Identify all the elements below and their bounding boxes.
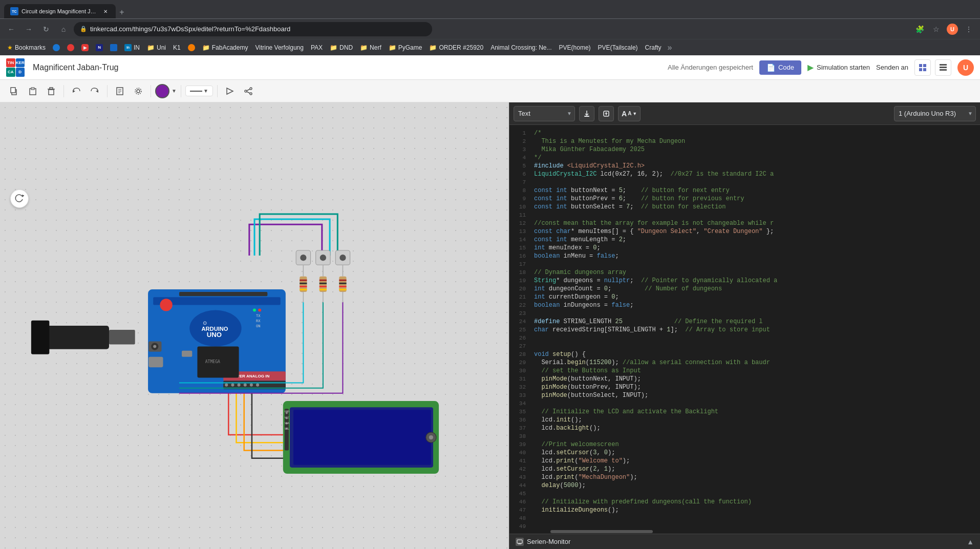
horizontal-scrollbar[interactable] — [509, 530, 980, 534]
board-selector-dropdown[interactable]: 1 (Arduino Uno R3) 2 (Arduino Mega) 3 (A… — [894, 106, 976, 121]
bookmark-crafty[interactable]: Crafty — [642, 43, 665, 52]
bookmark-vitrine[interactable]: Vitrine Verfolgung — [252, 43, 307, 52]
extensions-btn[interactable]: 🧩 — [912, 22, 927, 36]
app-header: TIN KER CA D Magnificent Jaban-Trug Alle… — [0, 55, 980, 80]
h-scrollbar-thumb[interactable] — [550, 530, 653, 533]
layout-btn-2[interactable] — [935, 59, 951, 76]
folder-icon-2: 📁 — [202, 44, 210, 51]
profile-btn[interactable]: U — [945, 22, 960, 36]
font-size-btn[interactable]: A A ▼ — [618, 106, 641, 121]
upload-code-btn[interactable] — [599, 106, 614, 121]
bookmark-chrome[interactable] — [50, 43, 63, 52]
ln-11: 11 — [509, 211, 530, 219]
more-options-btn[interactable]: ⋮ — [962, 22, 976, 36]
settings-button[interactable] — [130, 83, 146, 99]
svg-point-23 — [250, 88, 252, 90]
bookmark-pve-home[interactable]: PVE(home) — [556, 43, 594, 52]
bookmark-pax[interactable]: PAX — [308, 43, 326, 52]
send-button[interactable]: Senden an — [876, 64, 908, 71]
share-btn[interactable] — [240, 83, 257, 99]
bookmark-order[interactable]: 📁 ORDER #25920 — [426, 43, 486, 52]
tinkercad-logo: TIN KER CA D — [6, 58, 25, 77]
folder-icon-3: 📁 — [330, 44, 337, 51]
new-tab-button[interactable]: + — [116, 6, 128, 18]
code-line-28: void setup() { — [534, 350, 980, 358]
svg-text:TX: TX — [256, 313, 261, 318]
redo-button[interactable] — [87, 83, 103, 99]
code-line-37: lcd.backlight(); — [534, 424, 980, 432]
bookmark-nerf[interactable]: 📁 Nerf — [357, 43, 385, 52]
toolbar: ▼ ▼ — [0, 80, 980, 102]
svg-point-22 — [245, 90, 247, 92]
toolbar-separator-4 — [181, 85, 181, 97]
toolbar-separator-2 — [107, 85, 108, 97]
back-button[interactable]: ← — [4, 22, 18, 36]
bookmark-uni[interactable]: 📁 Uni — [144, 43, 169, 52]
bookmark-k1[interactable]: K1 — [170, 43, 184, 52]
bottom-bar: Serien-Monitor ▲ — [509, 534, 980, 549]
svg-point-94 — [429, 435, 433, 439]
bm-pax-label: PAX — [311, 44, 323, 51]
usb-cable — [47, 326, 109, 349]
code-line-34 — [534, 399, 980, 408]
code-icon: 📄 — [766, 64, 775, 72]
bookmark-n[interactable]: N — [93, 43, 106, 52]
address-bar[interactable]: 🔒 tinkercad.com/things/7u3s7wDsSpx/edite… — [74, 22, 432, 36]
annotation-btn[interactable] — [222, 83, 238, 99]
svg-point-37 — [258, 309, 261, 312]
refresh-button[interactable]: ↻ — [39, 22, 53, 36]
svg-rect-80 — [339, 286, 346, 287]
logo-box: TIN KER CA D — [6, 58, 25, 77]
serial-monitor-btn[interactable]: Serien-Monitor — [516, 538, 570, 546]
svg-rect-71 — [319, 280, 327, 281]
paste-button[interactable] — [25, 83, 41, 99]
svg-point-59 — [320, 255, 326, 261]
bookmark-pve-tail[interactable]: PVE(Tailscale) — [595, 43, 641, 52]
code-line-42: lcd.setCursor(2, 1); — [534, 465, 980, 473]
bookmark-fabacademy[interactable]: 📁 FabAcademy — [199, 43, 251, 52]
ln-26: 26 — [509, 334, 530, 342]
bookmark-dnd[interactable]: 📁 DND — [327, 43, 356, 52]
code-content[interactable]: /* This is a Menutest for my Mecha Dunge… — [530, 125, 980, 530]
simulation-button[interactable]: ▶ Simulation starten — [807, 62, 870, 72]
svg-rect-2 — [919, 68, 922, 71]
forward-button[interactable]: → — [22, 22, 36, 36]
note-button[interactable] — [112, 83, 128, 99]
ln-12: 12 — [509, 219, 530, 227]
canvas-area[interactable]: ⊙ ARDUINO UNO POWER ANALOG IN ATMEGA — [0, 102, 509, 549]
user-avatar[interactable]: U — [957, 59, 974, 76]
logo-cell-3: CA — [6, 68, 15, 77]
ln-14: 14 — [509, 236, 530, 244]
tab-favicon: TC — [10, 7, 18, 15]
bookmark-in[interactable]: in IN — [121, 43, 143, 52]
svg-marker-14 — [73, 90, 75, 93]
line-style-btn[interactable]: ▼ — [185, 86, 213, 96]
copy-button[interactable] — [6, 83, 23, 99]
svg-point-47 — [256, 384, 259, 387]
expand-button[interactable]: ▲ — [967, 538, 974, 546]
delete-button[interactable] — [43, 83, 59, 99]
code-mode-dropdown[interactable]: Text Blöcke — [514, 106, 575, 121]
tab-close-btn[interactable]: ✕ — [101, 7, 110, 15]
color-picker-btn[interactable]: ▼ — [155, 84, 177, 98]
bookmarks-more-btn[interactable]: » — [666, 42, 674, 53]
code-button[interactable]: 📄 Code — [759, 60, 801, 75]
star-icon: ★ — [7, 44, 13, 51]
layout-btn-1[interactable] — [914, 59, 931, 76]
code-editor[interactable]: 1 2 3 4 5 6 7 8 9 10 11 12 13 14 15 16 1… — [509, 125, 980, 530]
bookmark-blue[interactable] — [107, 43, 120, 52]
undo-button[interactable] — [68, 83, 84, 99]
bookmark-star[interactable]: ☆ — [929, 22, 943, 36]
active-tab[interactable]: TC Circuit design Magnificent Jab... ✕ — [4, 4, 116, 18]
bookmark-bookmarks[interactable]: ★ Bookmarks — [4, 43, 49, 52]
svg-point-58 — [300, 255, 306, 261]
bookmark-3[interactable]: ▶ — [78, 43, 92, 52]
bookmark-orange[interactable] — [185, 43, 198, 52]
svg-text:ON: ON — [256, 324, 261, 328]
bookmark-ac[interactable]: Animal Crossing: Ne... — [487, 43, 555, 52]
download-code-btn[interactable] — [579, 106, 594, 121]
bookmark-2[interactable] — [64, 43, 77, 52]
bookmark-pygame[interactable]: 📁 PyGame — [386, 43, 425, 52]
svg-rect-81 — [339, 289, 346, 290]
home-button[interactable]: ⌂ — [56, 22, 71, 36]
